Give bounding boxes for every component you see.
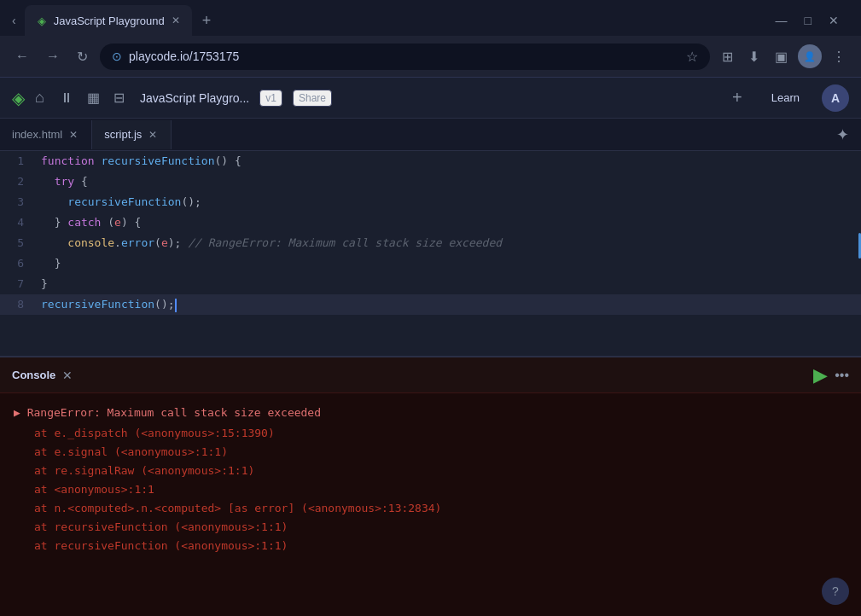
console-body: ▶ RangeError: Maximum call stack size ex… (0, 393, 861, 616)
browser-user-avatar[interactable]: 👤 (798, 44, 822, 68)
console-title: Console (12, 369, 55, 381)
line-number-7: 7 (0, 274, 34, 294)
tab-index-html-close[interactable]: ✕ (67, 127, 79, 142)
console-panel: Console ✕ ▶ ••• ▶ RangeError: Maximum ca… (0, 356, 861, 616)
tab-back-nav[interactable]: ‹ (7, 10, 21, 31)
tab-script-js[interactable]: script.js ✕ (92, 120, 172, 149)
line-number-5: 5 (0, 233, 34, 253)
tab-favicon: ◈ (35, 14, 49, 27)
line-number-6: 6 (0, 253, 34, 274)
app-user-avatar[interactable]: A (822, 84, 849, 112)
code-line-7: 7 } (0, 274, 861, 294)
code-lines: 1 function recursiveFunction() { 2 try {… (0, 151, 861, 315)
line-content-4: } catch (e) { (34, 212, 141, 233)
address-bar-row: ← → ↻ ⊙ ☆ ⊞ ⬇ ▣ 👤 ⋮ (0, 36, 861, 77)
line-number-8: 8 (0, 294, 34, 315)
secure-icon: ⊙ (112, 49, 122, 63)
tab-script-js-close[interactable]: ✕ (147, 127, 159, 142)
line-content-8: recursiveFunction(); (34, 294, 177, 315)
app-version-button[interactable]: v1 (259, 90, 282, 107)
sidebar-button[interactable]: ▣ (770, 45, 793, 68)
code-editor[interactable]: 1 function recursiveFunction() { 2 try {… (0, 151, 861, 356)
tab-title: JavaScript Playground (54, 15, 165, 27)
code-line-2: 2 try { (0, 171, 861, 192)
code-line-6: 6 } (0, 253, 861, 274)
stack-line-5: at n.<computed>.n.<computed> [as error] … (34, 499, 847, 518)
app-share-button[interactable]: Share (293, 90, 332, 107)
line-number-3: 3 (0, 192, 34, 212)
ai-sparkle-button[interactable]: ✦ (824, 120, 861, 149)
layout-grid-button[interactable]: ▦ (82, 86, 105, 109)
console-more-button[interactable]: ••• (835, 368, 849, 383)
app-layout-controls: ⏸ ▦ ⊟ (55, 86, 130, 109)
app-plus-button[interactable]: + (725, 84, 749, 111)
stack-line-3: at re.signalRaw (<anonymous>:1:1) (34, 462, 847, 480)
window-minimize-button[interactable]: — (771, 10, 793, 31)
line-number-4: 4 (0, 212, 34, 233)
app-title: JavaScript Playgro... (140, 91, 249, 105)
layout-pause-button[interactable]: ⏸ (55, 86, 79, 109)
code-line-1: 1 function recursiveFunction() { (0, 151, 861, 171)
tab-bar: ‹ ◈ JavaScript Playground ✕ + — □ ✕ (0, 0, 861, 36)
line-content-1: function recursiveFunction() { (34, 151, 241, 171)
run-button[interactable]: ▶ (813, 364, 828, 386)
tab-close-button[interactable]: ✕ (170, 13, 182, 28)
code-line-3: 3 recursiveFunction(); (0, 192, 861, 212)
window-maximize-button[interactable]: □ (800, 10, 817, 31)
line-content-5: console.error(e); // RangeError: Maximum… (34, 233, 502, 253)
stack-line-1: at e._dispatch (<anonymous>:15:1390) (34, 424, 847, 443)
console-error-text: ▶ RangeError: Maximum call stack size ex… (14, 404, 321, 422)
stack-line-6: at recursiveFunction (<anonymous>:1:1) (34, 518, 847, 537)
code-line-4: 4 } catch (e) { (0, 212, 861, 233)
app-learn-button[interactable]: Learn (759, 86, 812, 109)
forward-button[interactable]: → (41, 45, 65, 67)
code-line-8: 8 recursiveFunction(); (0, 294, 861, 315)
extensions-button[interactable]: ⊞ (717, 45, 738, 68)
console-stack-trace: at e._dispatch (<anonymous>:15:1390) at … (14, 424, 847, 555)
browser-menu-button[interactable]: ⋮ (827, 45, 851, 68)
editor-tabs: index.html ✕ script.js ✕ ✦ (0, 119, 861, 151)
app-home-button[interactable]: ⌂ (35, 89, 44, 107)
refresh-button[interactable]: ↻ (72, 45, 93, 68)
console-header: Console ✕ ▶ ••• (0, 357, 861, 393)
console-error-main: ▶ RangeError: Maximum call stack size ex… (14, 404, 847, 422)
code-line-5: 5 console.error(e); // RangeError: Maxim… (0, 233, 861, 253)
stack-line-7: at recursiveFunction (<anonymous>:1:1) (34, 537, 847, 555)
tab-index-html-label: index.html (12, 128, 62, 141)
tab-index-html[interactable]: index.html ✕ (0, 120, 92, 149)
browser-chrome: ‹ ◈ JavaScript Playground ✕ + — □ ✕ ← → … (0, 0, 861, 78)
browser-toolbar-right: ⊞ ⬇ ▣ 👤 ⋮ (717, 44, 851, 68)
address-input[interactable] (129, 49, 679, 63)
line-content-6: } (34, 253, 61, 274)
new-tab-button[interactable]: + (195, 9, 218, 33)
line-content-7: } (34, 274, 48, 294)
line-content-2: try { (34, 171, 88, 192)
stack-line-4: at <anonymous>:1:1 (34, 480, 847, 499)
back-button[interactable]: ← (10, 45, 34, 67)
address-bar[interactable]: ⊙ ☆ (100, 44, 710, 70)
main-content: index.html ✕ script.js ✕ ✦ 1 function re… (0, 119, 861, 616)
line-number-1: 1 (0, 151, 34, 171)
help-button[interactable]: ? (822, 578, 849, 605)
bookmark-button[interactable]: ☆ (686, 49, 698, 65)
stack-line-2: at e.signal (<anonymous>:1:1) (34, 443, 847, 462)
app-bar: ◈ ⌂ ⏸ ▦ ⊟ JavaScript Playgro... v1 Share… (0, 78, 861, 119)
layout-split-button[interactable]: ⊟ (108, 86, 130, 109)
app-logo-icon: ◈ (12, 88, 25, 108)
window-close-button[interactable]: ✕ (823, 10, 844, 31)
line-content-3: recursiveFunction(); (34, 192, 201, 212)
download-button[interactable]: ⬇ (743, 45, 765, 68)
tab-script-js-label: script.js (104, 128, 142, 141)
console-close-button[interactable]: ✕ (62, 369, 73, 382)
window-controls: — □ ✕ (760, 10, 854, 31)
browser-tab[interactable]: ◈ JavaScript Playground ✕ (25, 5, 192, 36)
line-number-2: 2 (0, 171, 34, 192)
